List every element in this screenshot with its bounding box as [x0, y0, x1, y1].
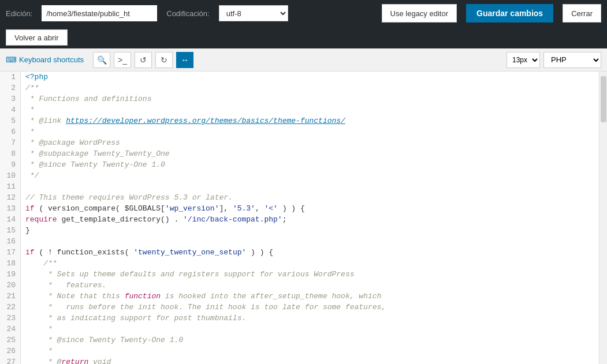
line-number: 17 [5, 247, 16, 258]
table-row: /** [25, 258, 599, 269]
line-number: 6 [5, 126, 16, 137]
codificacion-label: Codificación: [166, 9, 209, 18]
table-row: */ [25, 170, 599, 181]
redo-button[interactable]: ↻ [155, 52, 173, 68]
line-number: 7 [5, 137, 16, 148]
table-row: * Functions and definitions [25, 93, 599, 104]
code-content[interactable]: <?php/** * Functions and definitions * *… [21, 72, 599, 364]
table-row: * runs before the init hook. The init ho… [25, 302, 599, 313]
line-number: 20 [5, 280, 16, 291]
scrollbar[interactable] [599, 72, 607, 364]
table-row: * @package WordPress [25, 137, 599, 148]
undo-button[interactable]: ↺ [135, 52, 152, 68]
line-number: 13 [5, 203, 16, 214]
line-number: 27 [5, 357, 16, 364]
line-number: 3 [5, 93, 16, 104]
table-row: } [25, 225, 599, 236]
table-row: * [25, 104, 599, 115]
table-row: * features. [25, 280, 599, 291]
line-number: 23 [5, 313, 16, 324]
table-row: * @link https://developer.wordpress.org/… [25, 115, 599, 126]
table-row: <?php [25, 72, 599, 82]
table-row: /** [25, 82, 599, 93]
keyboard-shortcuts-label: Keyboard shortcuts [19, 55, 84, 64]
table-row: * @subpackage Twenty_Twenty_One [25, 148, 599, 159]
line-number: 26 [5, 346, 16, 357]
line-number: 24 [5, 324, 16, 335]
line-number: 10 [5, 170, 16, 181]
line-number: 16 [5, 236, 16, 247]
table-row [25, 236, 599, 247]
table-row: if ( version_compare( $GLOBALS['wp_versi… [25, 203, 599, 214]
table-row: * Sets up theme defaults and registers s… [25, 269, 599, 280]
scrollbar-thumb[interactable] [601, 76, 606, 122]
line-number: 11 [5, 181, 16, 192]
file-path-input[interactable] [42, 5, 157, 21]
table-row: * as indicating support for post thumbna… [25, 313, 599, 324]
editor-toolbar: ⌨ Keyboard shortcuts 🔍 >_ ↺ ↻ ↔ 13px 12p… [0, 48, 607, 72]
table-row: if ( ! function_exists( 'twenty_twenty_o… [25, 247, 599, 258]
table-row: * [25, 346, 599, 357]
table-row: * @return void [25, 357, 599, 364]
line-number: 21 [5, 291, 16, 302]
line-number: 25 [5, 335, 16, 346]
wrap-button[interactable]: ↔ [176, 52, 193, 68]
table-row: require get_template_directory() . '/inc… [25, 214, 599, 225]
line-number: 1 [5, 72, 16, 82]
line-number: 19 [5, 269, 16, 280]
save-button[interactable]: Guardar cambios [466, 4, 553, 22]
line-number: 22 [5, 302, 16, 313]
edicion-label: Edición: [6, 9, 32, 18]
line-number: 18 [5, 258, 16, 269]
legacy-editor-button[interactable]: Use legacy editor [382, 4, 457, 22]
keyboard-shortcuts-link[interactable]: ⌨ Keyboard shortcuts [6, 55, 84, 64]
table-row: * [25, 126, 599, 137]
line-number: 12 [5, 192, 16, 203]
line-number: 5 [5, 115, 16, 126]
line-number: 9 [5, 159, 16, 170]
top-toolbar: Edición: Codificación: utf-8 Use legacy … [0, 0, 607, 27]
encoding-select[interactable]: utf-8 [219, 5, 288, 21]
search-button[interactable]: 🔍 [93, 52, 110, 68]
volver-button[interactable]: Volver a abrir [6, 29, 68, 46]
line-number: 2 [5, 82, 16, 93]
close-button[interactable]: Cerrar [563, 4, 601, 22]
terminal-button[interactable]: >_ [114, 52, 131, 68]
table-row: * @since Twenty Twenty-One 1.0 [25, 335, 599, 346]
volver-toolbar: Volver a abrir [0, 27, 607, 48]
line-number: 14 [5, 214, 16, 225]
line-numbers: 1234567891011121314151617181920212223242… [0, 72, 21, 364]
table-row: * [25, 324, 599, 335]
table-row: // This theme requires WordPress 5.3 or … [25, 192, 599, 203]
table-row: * Note that this function is hooked into… [25, 291, 599, 302]
font-size-select[interactable]: 13px 12px 14px 16px [507, 52, 540, 68]
table-row [25, 181, 599, 192]
code-editor: 1234567891011121314151617181920212223242… [0, 72, 607, 364]
line-number: 8 [5, 148, 16, 159]
language-select[interactable]: PHP HTML CSS JavaScript [543, 52, 601, 68]
table-row: * @since Twenty Twenty-One 1.0 [25, 159, 599, 170]
keyboard-icon: ⌨ [6, 55, 17, 64]
line-number: 4 [5, 104, 16, 115]
line-number: 15 [5, 225, 16, 236]
